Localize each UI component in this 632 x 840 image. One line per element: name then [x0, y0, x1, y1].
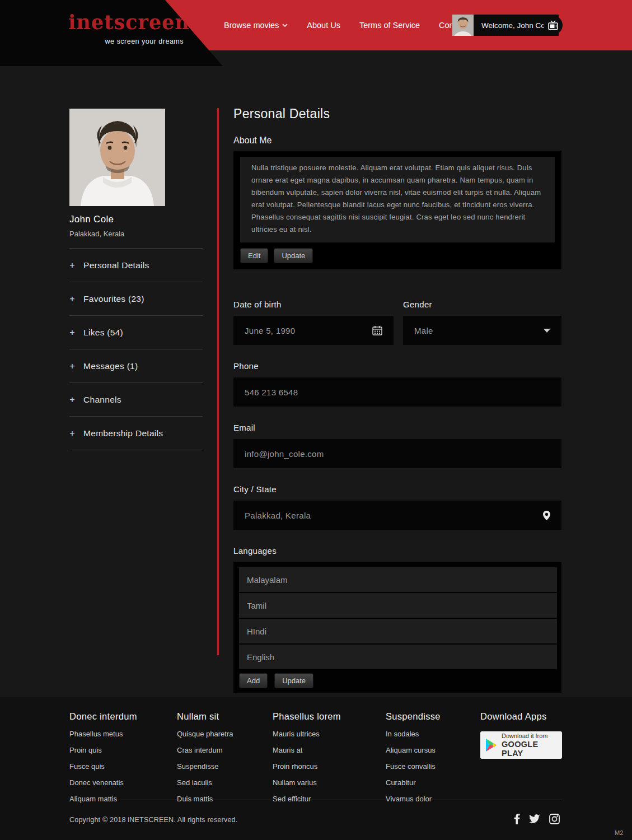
watermark: M2 — [615, 829, 623, 836]
email-label: Email — [233, 423, 561, 432]
footer-link[interactable]: Aliquam cursus — [386, 746, 441, 754]
profile-location: Palakkad, Kerala — [69, 230, 203, 238]
sidebar-item-membership-details[interactable]: + Membership Details — [69, 417, 203, 450]
footer-column-title: Donec interdum — [69, 711, 137, 722]
sidebar-item-label: Membership Details — [83, 428, 163, 438]
about-me-textarea[interactable]: Nulla tristique posuere molestie. Aliqua… — [240, 157, 555, 242]
expand-plus-icon: + — [69, 328, 75, 338]
language-value: Malayalam — [247, 575, 288, 585]
phone-field[interactable]: 546 213 6548 — [233, 377, 561, 407]
footer-divider — [69, 800, 562, 800]
about-me-text: Nulla tristique posuere molestie. Aliqua… — [251, 162, 544, 236]
twitter-icon[interactable] — [529, 814, 540, 824]
footer-link[interactable]: Proin rhoncus — [273, 762, 341, 771]
sidebar-item-channels[interactable]: + Channels — [69, 383, 203, 417]
update-about-button[interactable]: Update — [274, 248, 313, 263]
brand-tagline: we screen your dreams — [67, 38, 185, 45]
nav-about-us[interactable]: About Us — [307, 21, 340, 30]
main-nav: Browse movies About Us Terms of Service … — [224, 0, 467, 50]
phone-label: Phone — [233, 361, 561, 371]
expand-plus-icon: + — [69, 428, 75, 438]
page-title: Personal Details — [233, 106, 561, 122]
footer-link[interactable]: Sed efficitur — [273, 795, 341, 803]
language-value: English — [247, 652, 274, 662]
footer-link[interactable]: Quisque pharetra — [177, 730, 233, 738]
language-input-tamil[interactable]: Tamil — [239, 593, 557, 618]
languages-box: Malayalam Tamil HIndi English Add Update — [233, 562, 561, 693]
brand-wordmark: inetscreen — [68, 12, 190, 32]
nav-browse-movies-label: Browse movies — [224, 21, 279, 30]
profile-sidebar: John Cole Palakkad, Kerala + Personal De… — [69, 109, 203, 450]
sidebar-item-label: Personal Details — [83, 260, 149, 270]
update-languages-button[interactable]: Update — [274, 673, 313, 688]
add-language-button[interactable]: Add — [239, 673, 268, 688]
instagram-icon[interactable] — [549, 814, 560, 824]
footer-link[interactable]: Aliquam mattis — [69, 795, 137, 803]
dob-value: June 5, 1990 — [245, 326, 295, 335]
footer-link[interactable]: Fusce quis — [69, 762, 137, 771]
sidebar-item-favourites[interactable]: + Favourites (23) — [69, 282, 203, 316]
footer-link[interactable]: Vivamus dolor — [386, 795, 441, 803]
footer-link[interactable]: Cras interdum — [177, 746, 233, 754]
tv-button[interactable] — [544, 16, 563, 35]
footer-link[interactable]: In sodales — [386, 730, 441, 738]
calendar-icon[interactable] — [372, 325, 382, 335]
social-links — [514, 813, 560, 824]
personal-details-panel: Personal Details About Me Nulla tristiqu… — [233, 106, 561, 693]
edit-button[interactable]: Edit — [240, 248, 268, 263]
email-field[interactable]: info@john_cole.com — [233, 439, 561, 468]
footer-link[interactable]: Suspendisse — [177, 762, 233, 771]
location-pin-icon — [543, 511, 550, 520]
sidebar-item-label: Favourites (23) — [83, 294, 144, 304]
download-apps-title: Download Apps — [480, 711, 562, 722]
footer-column-suspendisse: Suspendisse In sodales Aliquam cursus Fu… — [386, 711, 441, 803]
language-value: HIndi — [247, 627, 266, 636]
footer-column-nullam-sit: Nullam sit Quisque pharetra Cras interdu… — [177, 711, 233, 803]
footer-link[interactable]: Mauris ultrices — [273, 730, 341, 738]
nav-browse-movies[interactable]: Browse movies — [224, 21, 288, 30]
footer-link[interactable]: Curabitur — [386, 778, 441, 787]
footer-column-title: Suspendisse — [386, 711, 441, 722]
sidebar-item-label: Channels — [83, 395, 121, 405]
profile-photo — [69, 109, 165, 206]
nav-terms-of-service[interactable]: Terms of Service — [359, 21, 420, 30]
about-me-box: Nulla tristique posuere molestie. Aliqua… — [233, 151, 561, 269]
google-play-badge[interactable]: Download it from GOOGLE PLAY — [480, 731, 562, 759]
footer-download-apps: Download Apps Download it from GOOGLE PL… — [480, 711, 562, 759]
footer-link[interactable]: Proin quis — [69, 746, 137, 754]
language-input-english[interactable]: English — [239, 645, 557, 669]
languages-buttons: Add Update — [239, 673, 557, 688]
dob-field[interactable]: June 5, 1990 — [233, 316, 394, 345]
footer-link[interactable]: Phasellus metus — [69, 730, 137, 738]
footer-column-phasellus-lorem: Phasellus lorem Mauris ultrices Mauris a… — [273, 711, 341, 803]
expand-plus-icon: + — [69, 395, 75, 405]
gender-select[interactable]: Male — [403, 316, 561, 345]
footer-link[interactable]: Mauris at — [273, 746, 341, 754]
language-input-malayalam[interactable]: Malayalam — [239, 567, 557, 592]
footer-link[interactable]: Duis mattis — [177, 795, 233, 803]
profile-name: John Cole — [69, 214, 203, 225]
expand-plus-icon: + — [69, 294, 75, 304]
gender-label: Gender — [403, 300, 561, 309]
facebook-icon[interactable] — [514, 813, 520, 824]
sidebar-item-likes[interactable]: + Likes (54) — [69, 316, 203, 349]
expand-plus-icon: + — [69, 260, 75, 270]
footer-link[interactable]: Sed iaculis — [177, 778, 233, 787]
footer-link[interactable]: Donec venenatis — [69, 778, 137, 787]
expand-plus-icon: + — [69, 361, 75, 371]
sidebar-item-messages[interactable]: + Messages (1) — [69, 349, 203, 383]
email-value: info@john_cole.com — [245, 449, 324, 459]
footer-column-title: Nullam sit — [177, 711, 233, 722]
dob-gender-row: Date of birth June 5, 1990 Gender — [233, 300, 561, 345]
language-input-hindi[interactable]: HIndi — [239, 619, 557, 643]
footer-link[interactable]: Fusce convallis — [386, 762, 441, 771]
footer-link[interactable]: Nullam varius — [273, 778, 341, 787]
brand-logo[interactable]: inetscreen TM we screen your dreams — [67, 12, 185, 45]
badge-line1: Download it from — [502, 732, 556, 740]
city-state-field[interactable]: Palakkad, Kerala — [233, 501, 561, 530]
sidebar-item-label: Messages (1) — [83, 361, 138, 371]
user-welcome-group[interactable]: Welcome, John Cole — [452, 15, 559, 36]
sidebar-item-personal-details[interactable]: + Personal Details — [69, 249, 203, 282]
languages-label: Languages — [233, 546, 561, 556]
content-divider — [217, 108, 219, 655]
